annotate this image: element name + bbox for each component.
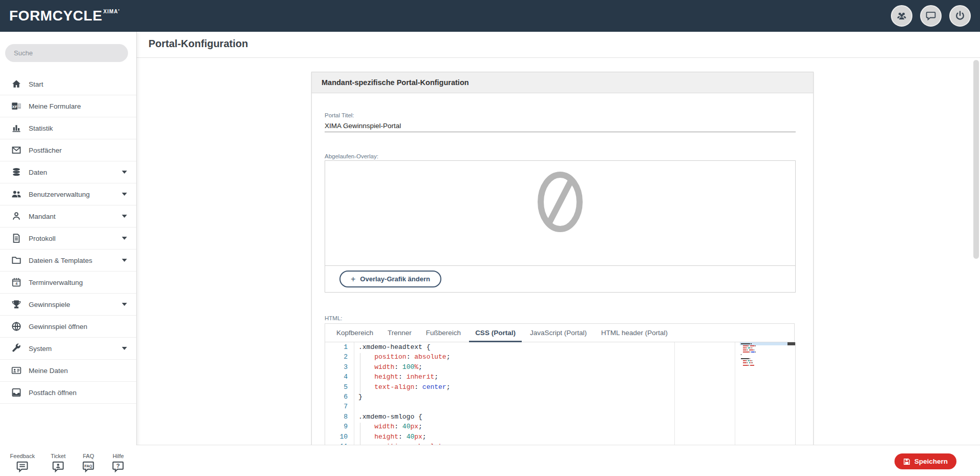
help-item-label: FAQ (83, 453, 94, 459)
svg-text:XF: XF (12, 105, 17, 109)
sidebar-item-daten[interactable]: Daten (0, 161, 136, 183)
help-item-ticket[interactable]: Ticket (51, 453, 66, 473)
sidebar-item-label: Start (29, 80, 44, 88)
minimap-mark (750, 358, 750, 359)
line-number: 1 (325, 342, 354, 352)
html-section-label: HTML: (325, 315, 343, 321)
bubble-faq-icon: FAQ (81, 460, 95, 473)
sidebar-search (5, 44, 128, 62)
minimap-mark (743, 345, 748, 346)
sidebar-item-label: System (29, 345, 52, 353)
help-item-faq[interactable]: FAQFAQ (81, 453, 95, 473)
sidebar-item-postfach-oeffnen[interactable]: Postfach öffnen (0, 382, 136, 404)
formcycle-logo: FORMCYCLEXIMA' (9, 8, 120, 24)
change-overlay-button[interactable]: + Overlay-Grafik ändern (339, 271, 441, 287)
sidebar-item-meine-formulare[interactable]: XFMeine Formulare (0, 95, 136, 117)
help-item-hilfe[interactable]: Hilfe? (111, 453, 125, 473)
indent-guide (360, 423, 360, 447)
chevron-down-icon (122, 237, 127, 240)
tab-fussbereich[interactable]: Fußbereich (419, 324, 468, 342)
sidebar-item-mandant[interactable]: Mandant (0, 205, 136, 227)
sidebar-item-label: Statistik (29, 125, 53, 132)
save-button[interactable]: Speichern (894, 453, 956, 469)
tab-html-header-portal[interactable]: HTML header (Portal) (594, 324, 675, 342)
portal-title-input[interactable] (325, 119, 796, 132)
sidebar-item-label: Terminverwaltung (29, 279, 83, 286)
line-number: 4 (325, 372, 354, 382)
no-image-icon (529, 168, 591, 240)
editor-minimap[interactable] (740, 342, 795, 447)
sidebar-item-label: Meine Daten (29, 367, 68, 375)
minimap-mark (751, 351, 755, 353)
line-number: 10 (325, 432, 354, 442)
search-input[interactable] (13, 44, 117, 62)
chevron-down-icon (122, 347, 127, 350)
code-line: position: absolute; (354, 352, 795, 362)
minimap-mark (751, 343, 751, 344)
plus-icon: + (351, 275, 355, 284)
chat-icon (925, 10, 936, 22)
power-button[interactable] (949, 5, 971, 27)
tab-javascript-portal[interactable]: JavaScript (Portal) (523, 324, 594, 342)
minimap-mark (747, 362, 748, 363)
sidebar-item-terminverwaltung[interactable]: 4Terminverwaltung (0, 272, 136, 294)
minimap-mark (750, 351, 750, 353)
users-group-button[interactable] (891, 5, 912, 27)
save-label: Speichern (914, 458, 948, 465)
bubble-lines-icon (15, 460, 29, 473)
help-item-label: Ticket (51, 453, 66, 459)
minimap-mark (749, 345, 749, 346)
sidebar-item-protokoll[interactable]: Protokoll (0, 227, 136, 250)
css-code-editor[interactable]: 1234567891011 .xmdemo-headtext { positio… (325, 342, 796, 447)
overlay-label: Abgelaufen-Overlay: (325, 153, 378, 159)
minimap-mark (750, 345, 755, 346)
sidebar-item-benutzerverwaltung[interactable]: Benutzerverwaltung (0, 183, 136, 205)
svg-text:4: 4 (15, 282, 17, 286)
minimap-mark (755, 351, 756, 353)
sidebar-item-system[interactable]: System (0, 338, 136, 360)
editor-line-numbers: 1234567891011 (325, 342, 354, 447)
code-line: .xmdemo-smlogo { (354, 412, 795, 422)
database-icon (11, 167, 26, 177)
sidebar-item-gewinnspiele[interactable]: Gewinnspiele (0, 294, 136, 316)
sidebar-item-statistik[interactable]: Statistik (0, 117, 136, 139)
line-number: 6 (325, 392, 354, 402)
svg-text:FAQ: FAQ (84, 464, 92, 468)
sidebar-item-label: Gewinnspiele (29, 301, 70, 308)
users-group-icon (896, 10, 907, 22)
page-scrollbar-thumb[interactable] (973, 60, 979, 259)
sidebar-item-gewinnspiel-oeffnen[interactable]: Gewinnspiel öffnen (0, 316, 136, 338)
overlay-box-divider (325, 265, 795, 266)
sidebar-item-meine-daten[interactable]: Meine Daten (0, 360, 136, 382)
help-item-feedback[interactable]: Feedback (10, 453, 35, 473)
chevron-down-icon (122, 259, 127, 262)
chat-button[interactable] (920, 5, 942, 27)
sidebar-item-postfaecher[interactable]: Postfächer (0, 139, 136, 161)
sidebar-item-label: Protokoll (29, 235, 56, 242)
editor-ruler-80 (674, 342, 675, 447)
minimap-mark (741, 343, 750, 344)
sidebar-item-dateien-templates[interactable]: Dateien & Templates (0, 250, 136, 272)
minimap-mark (755, 345, 756, 346)
person-icon (11, 211, 26, 221)
minimap-mark (747, 347, 747, 348)
portal-config-card: Mandant-spezifische Portal-Konfiguration… (311, 72, 814, 476)
line-number: 7 (325, 402, 354, 411)
tab-kopfbereich[interactable]: Kopfbereich (329, 324, 380, 342)
minimap-viewport-handle[interactable] (787, 342, 795, 345)
portal-title-label: Portal Titel: (325, 112, 354, 118)
code-line: .xmdemo-headtext { (354, 342, 795, 352)
users-icon (11, 189, 26, 199)
minimap-mark (752, 362, 753, 363)
minimap-mark (749, 365, 749, 366)
formcycle-app: FORMCYCLEXIMA' StartXFMeine FormulareSta… (0, 0, 980, 476)
sidebar-item-start[interactable]: Start (0, 73, 136, 95)
minimap-mark (741, 358, 749, 359)
tab-css-portal[interactable]: CSS (Portal) (468, 324, 523, 342)
minimap-mark (748, 347, 750, 348)
minimap-mark (751, 347, 751, 348)
minimap-mark (743, 349, 747, 350)
wrench-icon (11, 343, 26, 354)
sidebar-item-label: Meine Formulare (29, 102, 81, 110)
tab-trenner[interactable]: Trenner (380, 324, 419, 342)
